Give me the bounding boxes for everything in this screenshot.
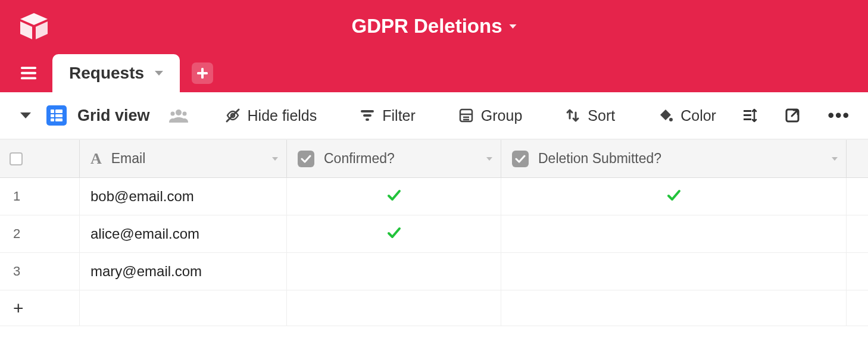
people-icon	[169, 108, 188, 123]
chevron-down-icon	[155, 71, 163, 76]
add-column-gutter[interactable]	[847, 140, 868, 177]
column-menu-icon[interactable]	[832, 157, 838, 161]
view-toolbar: Grid view Hide fields Filter	[0, 92, 868, 140]
eye-off-icon	[225, 108, 241, 123]
view-name[interactable]: Grid view	[77, 107, 150, 125]
svg-rect-7	[51, 114, 54, 117]
text-field-icon: A	[90, 150, 102, 168]
add-row-button[interactable]: +	[0, 290, 80, 326]
views-sidebar-toggle[interactable]	[20, 112, 31, 118]
app-header: GDPR Deletions Requests	[0, 0, 868, 92]
row-number: 1	[0, 178, 80, 215]
column-menu-icon[interactable]	[486, 157, 492, 161]
svg-rect-24	[744, 114, 751, 116]
svg-rect-8	[55, 114, 63, 117]
color-icon	[658, 108, 673, 123]
svg-rect-1	[21, 72, 36, 74]
cell-submitted[interactable]	[501, 253, 847, 290]
tabs-row: Requests	[0, 54, 868, 92]
row-height-button[interactable]	[742, 108, 757, 123]
svg-point-22	[669, 118, 673, 121]
svg-point-12	[170, 112, 174, 116]
cell-submitted[interactable]	[501, 178, 847, 215]
filter-icon	[360, 108, 375, 123]
sort-button[interactable]: Sort	[565, 107, 615, 124]
hide-fields-button[interactable]: Hide fields	[225, 107, 317, 124]
svg-rect-23	[744, 110, 751, 112]
cell-submitted[interactable]	[501, 215, 847, 252]
workspace-switcher[interactable]: GDPR Deletions	[351, 15, 516, 37]
svg-rect-4	[197, 72, 208, 74]
cell-confirmed[interactable]	[287, 253, 501, 290]
hamburger-icon	[21, 67, 36, 80]
check-icon	[387, 226, 401, 242]
check-icon	[387, 188, 401, 205]
check-icon	[667, 188, 681, 205]
svg-rect-17	[366, 118, 369, 121]
column-header-email[interactable]: A Email	[80, 140, 287, 177]
select-all-checkbox[interactable]	[10, 152, 23, 165]
cell-email[interactable]: bob@email.com	[80, 178, 287, 215]
checkbox-field-icon	[298, 151, 314, 167]
group-button[interactable]: Group	[458, 107, 522, 124]
color-button[interactable]: Color	[658, 107, 716, 124]
row-number: 2	[0, 215, 80, 252]
tab-requests[interactable]: Requests	[52, 54, 180, 92]
chevron-down-icon	[510, 24, 517, 29]
row-number: 3	[0, 253, 80, 290]
svg-point-13	[182, 112, 186, 116]
table-row[interactable]: 3mary@email.com	[0, 253, 868, 290]
cell-email[interactable]: mary@email.com	[80, 253, 287, 290]
cell-confirmed[interactable]	[287, 178, 501, 215]
add-table-button[interactable]	[192, 62, 213, 84]
svg-rect-9	[51, 118, 54, 121]
svg-point-11	[176, 110, 182, 115]
collaborators-button[interactable]	[169, 108, 188, 123]
table-row[interactable]: 2alice@email.com	[0, 215, 868, 253]
plus-icon	[197, 68, 208, 79]
workspace-title: GDPR Deletions	[351, 15, 502, 37]
svg-rect-16	[363, 114, 371, 117]
checkbox-field-icon	[512, 151, 529, 167]
svg-rect-15	[361, 110, 374, 112]
sidebar-toggle-button[interactable]	[17, 61, 40, 85]
group-icon	[458, 108, 474, 123]
svg-rect-0	[21, 67, 36, 69]
share-button[interactable]	[785, 108, 800, 123]
svg-rect-5	[51, 110, 54, 113]
grid-header-row: A Email Confirmed? Deletion Submitted?	[0, 140, 868, 178]
sort-icon	[565, 108, 580, 123]
column-header-submitted[interactable]: Deletion Submitted?	[501, 140, 847, 177]
column-header-confirmed[interactable]: Confirmed?	[287, 140, 501, 177]
table-row[interactable]: 1bob@email.com	[0, 178, 868, 215]
data-grid: A Email Confirmed? Deletion Submitted?	[0, 140, 868, 326]
tab-label: Requests	[69, 64, 144, 83]
svg-rect-10	[55, 118, 63, 121]
svg-rect-25	[744, 118, 751, 120]
grid-view-icon	[46, 105, 67, 126]
filter-button[interactable]: Filter	[360, 107, 416, 124]
cell-confirmed[interactable]	[287, 215, 501, 252]
cell-email[interactable]: alice@email.com	[80, 215, 287, 252]
column-menu-icon[interactable]	[272, 157, 278, 161]
svg-rect-2	[21, 77, 36, 80]
select-all-cell	[0, 140, 80, 177]
svg-rect-6	[55, 110, 63, 113]
add-row[interactable]: +	[0, 290, 868, 326]
app-logo	[18, 12, 50, 42]
